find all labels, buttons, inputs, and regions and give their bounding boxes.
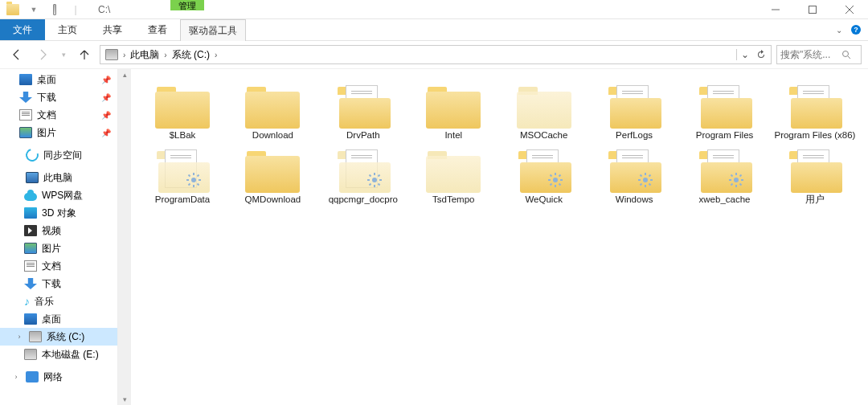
back-button[interactable] (6, 44, 27, 65)
breadcrumb-drive-c[interactable]: 系统 (C:) (169, 48, 213, 62)
folder-label: 用户 (805, 194, 825, 206)
chevron-right-icon[interactable]: › (213, 51, 219, 59)
ribbon-file-tab[interactable]: 文件 (0, 19, 45, 40)
folder-label: PerfLogs (616, 130, 653, 141)
sidebar-item[interactable]: 桌面 (0, 310, 117, 328)
folder-item[interactable]: PerfLogs (589, 80, 679, 145)
svg-line-15 (198, 174, 199, 176)
folder-item[interactable]: Download (227, 80, 317, 145)
sidebar-item[interactable]: 3D 对象 (0, 204, 117, 222)
sidebar-item[interactable]: › 系统 (C:) (0, 328, 117, 346)
cloud-icon (24, 193, 37, 201)
folder-item[interactable]: WeQuick (499, 145, 589, 209)
folder-item[interactable]: Intel (408, 80, 498, 145)
sidebar-item[interactable]: 视频 (0, 222, 117, 239)
drive-icon (105, 49, 118, 60)
sidebar-scrollbar[interactable]: ▴▾ (118, 69, 131, 405)
title-bar: ▼ | 管理 C:\ (0, 0, 868, 19)
svg-point-8 (191, 178, 196, 182)
folder-item[interactable]: 用户 (770, 145, 860, 209)
help-button[interactable]: ? (850, 24, 862, 35)
pic-icon (19, 127, 32, 138)
sidebar-item[interactable]: 本地磁盘 (E:) (0, 346, 117, 363)
ribbon-tab-share[interactable]: 共享 (90, 19, 135, 40)
up-button[interactable] (74, 44, 95, 65)
folder-item[interactable]: Program Files (680, 80, 770, 145)
svg-line-23 (378, 183, 379, 185)
sidebar-item-label: 3D 对象 (42, 207, 76, 220)
chevron-right-icon[interactable]: › (121, 51, 127, 59)
address-dropdown-button[interactable]: ⌄ (737, 49, 753, 60)
sidebar-this-pc[interactable]: 此电脑 (0, 169, 117, 186)
folder-icon (698, 84, 752, 129)
search-box[interactable] (776, 45, 862, 64)
svg-point-17 (372, 178, 377, 182)
folder-item[interactable]: ProgramData (137, 145, 227, 209)
folder-label: Program Files (696, 130, 754, 141)
sidebar-item[interactable]: 下载 📌 (0, 88, 117, 106)
sidebar-item[interactable]: 文档 📌 (0, 106, 117, 124)
sidebar-sync-space[interactable]: 同步空间 (0, 146, 117, 164)
sidebar-item-label: 本地磁盘 (E:) (42, 348, 99, 362)
svg-line-22 (369, 174, 371, 176)
sidebar-item[interactable]: ♪ 音乐 (0, 292, 117, 310)
svg-rect-1 (809, 6, 817, 13)
ribbon-tab-drive-tools[interactable]: 驱动器工具 (180, 19, 246, 41)
sidebar-item-label: WPS网盘 (42, 189, 83, 202)
sidebar-network[interactable]: › 网络 (0, 368, 117, 386)
ribbon-expand-button[interactable]: ⌄ (836, 26, 842, 35)
folder-label: MSOCache (520, 130, 567, 141)
qat-dropdown[interactable]: ▼ (26, 2, 42, 18)
svg-line-52 (731, 183, 732, 185)
sidebar-item[interactable]: 图片 📌 (0, 124, 117, 141)
folder-item[interactable]: $LBak (137, 80, 227, 145)
ribbon: 文件 主页 共享 查看 驱动器工具 ⌄ ? (0, 19, 868, 41)
folder-item[interactable]: xweb_cache (680, 145, 770, 209)
folder-label: WeQuick (525, 194, 562, 206)
sidebar-item-label: 此电脑 (43, 171, 72, 185)
sidebar-item[interactable]: WPS网盘 (0, 186, 117, 204)
svg-point-44 (734, 178, 739, 182)
sidebar-item[interactable]: 下载 (0, 275, 117, 292)
forward-button[interactable] (32, 44, 53, 65)
svg-line-43 (641, 183, 642, 185)
folder-icon (517, 148, 571, 193)
doc-icon (24, 260, 37, 272)
folder-label: QMDownload (245, 194, 301, 206)
folder-icon (517, 84, 571, 129)
breadcrumb-this-pc[interactable]: 此电脑 (127, 48, 162, 62)
folder-item[interactable]: MSOCache (499, 80, 589, 145)
folder-item[interactable]: DrvPath (318, 80, 408, 145)
sidebar-item[interactable]: 图片 (0, 239, 117, 257)
recent-locations-button[interactable]: ▾ (58, 44, 69, 65)
address-bar[interactable]: › 此电脑 › 系统 (C:) › ⌄ (100, 45, 772, 64)
maximize-button[interactable] (794, 0, 831, 19)
ribbon-tab-home[interactable]: 主页 (45, 19, 90, 40)
gear-icon (186, 172, 202, 188)
doc-icon (19, 109, 32, 121)
folder-item[interactable]: TsdTempo (408, 145, 498, 209)
folder-item[interactable]: Program Files (x86) (770, 80, 860, 145)
navigation-pane[interactable]: 桌面 📌 下载 📌 文档 📌 图片 📌 同步空间 此电脑 WPS网盘 3D 对象… (0, 69, 118, 405)
sidebar-item-label: 音乐 (35, 295, 54, 309)
minimize-button[interactable] (757, 0, 794, 19)
network-icon (26, 371, 39, 382)
sidebar-item-label: 网络 (43, 370, 63, 384)
sidebar-item[interactable]: 桌面 📌 (0, 71, 117, 88)
close-button[interactable] (831, 0, 868, 19)
svg-line-49 (731, 174, 732, 176)
folder-view[interactable]: $LBak Download DrvPath Intel MSOCache Pe… (131, 69, 868, 405)
gear-icon (728, 172, 744, 188)
sidebar-item-label: 图片 (37, 126, 56, 140)
search-input[interactable] (780, 49, 838, 60)
folder-item[interactable]: qqpcmgr_docpro (318, 145, 408, 209)
folder-icon (788, 84, 842, 129)
ribbon-tab-view[interactable]: 查看 (135, 19, 180, 40)
sidebar-item[interactable]: 文档 (0, 257, 117, 275)
svg-line-40 (641, 174, 642, 176)
folder-item[interactable]: Windows (589, 145, 679, 209)
folder-item[interactable]: QMDownload (227, 145, 317, 209)
refresh-button[interactable] (753, 49, 769, 60)
chevron-right-icon[interactable]: › (162, 51, 168, 59)
gear-icon (547, 172, 563, 188)
